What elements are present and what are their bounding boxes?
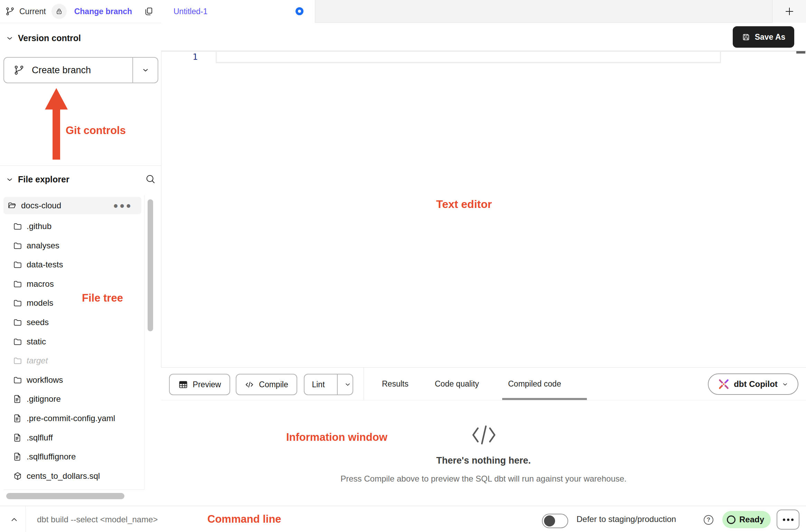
folder-open-icon: [8, 201, 17, 210]
file-name: .github: [27, 221, 51, 231]
file-tree-item[interactable]: analyses: [3, 237, 141, 254]
file-name: .sqlfluff: [27, 433, 53, 443]
file-name: data-tests: [27, 260, 63, 269]
folder-icon: [13, 241, 22, 250]
annotation-text-editor: Text editor: [436, 198, 492, 211]
create-branch-button[interactable]: Create branch: [3, 57, 158, 83]
annotation-information-window: Information window: [286, 431, 387, 444]
file-tree-item[interactable]: static: [3, 333, 141, 350]
file-tree-item[interactable]: .sqlfluffignore: [3, 448, 141, 465]
more-menu-icon[interactable]: ●●●: [113, 204, 133, 207]
defer-toggle[interactable]: [542, 514, 568, 528]
file-name: .sqlfluffignore: [27, 452, 76, 462]
file-tree-root[interactable]: docs-cloud ●●●: [3, 197, 141, 214]
editor-tab-strip: Untitled-1: [161, 0, 806, 23]
dbt-copilot-label: dbt Copilot: [734, 379, 778, 389]
lock-icon: [55, 8, 63, 15]
tab-results[interactable]: Results: [382, 368, 409, 400]
file-name: macros: [27, 279, 54, 289]
help-icon[interactable]: ?: [704, 515, 713, 525]
compile-label: Compile: [259, 380, 288, 389]
lint-button-group: Lint: [304, 374, 353, 395]
file-icon: [13, 433, 22, 442]
folder-icon: [13, 337, 22, 346]
file-tree-horizontal-scrollbar[interactable]: [6, 493, 124, 499]
more-options-button[interactable]: [777, 510, 799, 530]
file-tree-item[interactable]: .pre-commit-config.yaml: [3, 410, 141, 427]
file-tree-item[interactable]: .gitignore: [3, 390, 141, 408]
file-tree-item[interactable]: macros: [3, 275, 141, 293]
file-name: seeds: [27, 317, 49, 327]
current-branch-label: Current: [19, 7, 46, 16]
dbt-copilot-icon: [718, 378, 730, 390]
branch-lock-chip: [51, 4, 67, 19]
tab-untitled-1[interactable]: Untitled-1: [161, 0, 315, 23]
file-name: target: [27, 356, 48, 365]
lint-button[interactable]: Lint: [304, 374, 332, 395]
active-tab-underline: [502, 398, 587, 400]
create-branch-dropdown[interactable]: [133, 58, 158, 83]
file-tree-item[interactable]: .github: [3, 218, 141, 235]
file-name: cents_to_dollars.sql: [27, 471, 100, 481]
editor-scrollbar-thumb[interactable]: [796, 51, 805, 54]
tab-compiled-code[interactable]: Compiled code: [508, 368, 561, 400]
file-tree-item[interactable]: seeds: [3, 314, 141, 331]
new-tab-button[interactable]: [772, 0, 806, 23]
file-name: workflows: [27, 375, 63, 385]
preview-label: Preview: [193, 380, 221, 389]
file-tree: docs-cloud ●●● .githubanalysesdata-tests…: [3, 195, 144, 490]
plus-icon: [784, 6, 795, 17]
preview-button[interactable]: Preview: [169, 374, 230, 395]
chevron-up-icon[interactable]: [10, 515, 19, 524]
git-header: Current Change branch: [0, 0, 161, 23]
empty-state-subtitle: Press Compile above to preview the SQL d…: [161, 474, 806, 484]
file-tree-item[interactable]: cents_to_dollars.sql: [3, 467, 141, 485]
button-divider: [337, 374, 338, 395]
folder-icon: [13, 260, 22, 269]
tab-code-quality[interactable]: Code quality: [435, 368, 479, 400]
folder-icon: [13, 279, 22, 288]
file-name: .gitignore: [27, 394, 61, 404]
file-tree-item[interactable]: workflows: [3, 371, 141, 389]
git-branch-icon: [6, 7, 15, 16]
chevron-down-icon: [6, 35, 13, 42]
file-name: static: [27, 337, 46, 346]
folder-icon: [13, 298, 22, 307]
file-tree-item[interactable]: target: [3, 352, 141, 369]
file-tree-vertical-scrollbar[interactable]: [148, 199, 153, 331]
bar-divider: [25, 506, 26, 532]
copy-icon[interactable]: [144, 7, 153, 16]
table-icon: [178, 380, 188, 389]
lint-dropdown[interactable]: [343, 374, 353, 395]
section-divider: [0, 165, 161, 166]
compile-button[interactable]: Compile: [236, 374, 297, 395]
folder-icon: [13, 356, 22, 365]
file-tree-item[interactable]: .sqlfluff: [3, 429, 141, 446]
editor-current-line[interactable]: [216, 50, 721, 63]
folder-icon: [13, 222, 22, 231]
unsaved-changes-dot: [296, 7, 303, 15]
sidebar: Current Change branch Version control: [0, 0, 161, 506]
version-control-section-header[interactable]: Version control: [6, 33, 81, 43]
lint-label: Lint: [312, 380, 325, 389]
file-icon: [13, 452, 22, 461]
search-icon[interactable]: [145, 174, 156, 184]
dbt-copilot-button[interactable]: dbt Copilot: [708, 373, 798, 395]
annotation-git-controls: Git controls: [66, 124, 126, 137]
defer-label: Defer to staging/production: [577, 514, 676, 524]
file-explorer-title: File explorer: [18, 174, 69, 184]
file-explorer-section-header[interactable]: File explorer: [6, 174, 69, 184]
annotation-command-line: Command line: [207, 513, 281, 525]
folder-icon: [13, 376, 22, 384]
annotation-file-tree: File tree: [82, 292, 123, 304]
save-as-button[interactable]: Save As: [733, 26, 794, 48]
change-branch-link[interactable]: Change branch: [74, 7, 132, 16]
status-label: Ready: [739, 515, 764, 524]
file-name: docs-cloud: [21, 201, 61, 210]
toggle-knob: [544, 515, 555, 526]
file-icon: [13, 395, 22, 403]
chevron-down-icon: [6, 176, 13, 183]
dbt-cloud-ide: Current Change branch Version control: [0, 0, 806, 532]
file-tree-item[interactable]: data-tests: [3, 256, 141, 273]
bottom-panel-toolbar: Preview Compile Lint Results Code qualit…: [161, 367, 806, 400]
